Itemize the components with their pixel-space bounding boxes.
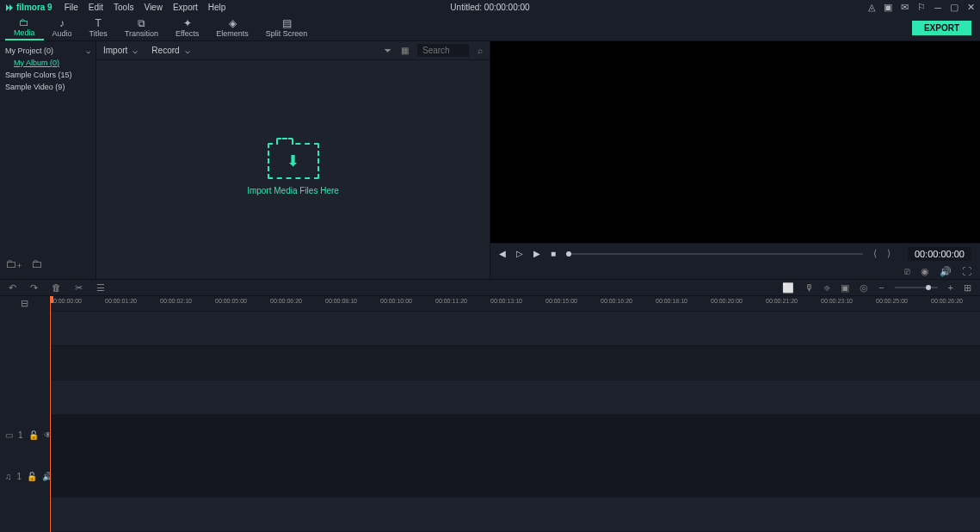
- import-dropdown[interactable]: Import ⌵: [103, 46, 138, 55]
- zoom-fit-icon[interactable]: ⊞: [964, 282, 971, 294]
- timeline-track[interactable]: [50, 380, 980, 415]
- app-logo: filmora 9: [5, 3, 52, 12]
- playhead[interactable]: [50, 296, 51, 532]
- timeline-audio-track[interactable]: [50, 456, 980, 498]
- drop-text: Import Media Files Here: [247, 186, 339, 195]
- menu-export[interactable]: Export: [173, 3, 198, 12]
- tab-audio[interactable]: ♪ Audio: [44, 15, 81, 40]
- folder-icon[interactable]: 🗀: [31, 257, 42, 270]
- delete-icon[interactable]: 🗑: [52, 282, 61, 293]
- redo-icon[interactable]: ↷: [30, 282, 38, 294]
- search-input[interactable]: [417, 44, 469, 57]
- timeline-video-track[interactable]: [50, 415, 980, 456]
- menu-tools[interactable]: Tools: [114, 3, 133, 12]
- lock-icon[interactable]: 🔓: [27, 472, 37, 481]
- audio-track-header[interactable]: ♫ 1 🔓 🔊: [0, 456, 49, 498]
- ruler-mark: 00:00:10:00: [380, 298, 412, 304]
- menu-view[interactable]: View: [144, 3, 163, 12]
- project-sidebar: My Project (0) ⌵ My Album (0) Sample Col…: [0, 41, 96, 279]
- bracket-right-icon[interactable]: ⟩: [887, 248, 891, 259]
- mixer-icon[interactable]: ⎆: [824, 282, 830, 293]
- manage-tracks-icon[interactable]: ⊟: [0, 296, 49, 312]
- folder-icon: 🗀: [19, 17, 29, 28]
- progress-bar[interactable]: [566, 253, 863, 255]
- tree-my-album[interactable]: My Album (0): [5, 57, 90, 69]
- tab-elements[interactable]: ◈ Elements: [207, 15, 257, 40]
- tab-media[interactable]: 🗀 Media: [5, 15, 44, 40]
- document-title: Untitled: 00:00:00:00: [450, 3, 529, 12]
- maximize-icon[interactable]: ▢: [950, 2, 958, 13]
- export-button[interactable]: EXPORT: [912, 21, 971, 35]
- ruler-mark: 00:00:26:20: [931, 298, 963, 304]
- tab-effects[interactable]: ✦ Effects: [167, 15, 207, 40]
- notification-icon[interactable]: ⚐: [917, 2, 926, 13]
- edit-icon[interactable]: ☰: [96, 282, 105, 294]
- timeline-ruler[interactable]: 00:00:00:0000:00:01:2000:00:02:1000:00:0…: [50, 296, 980, 312]
- music-note-icon: ♪: [59, 18, 65, 28]
- zoom-slider[interactable]: [895, 287, 938, 288]
- tree-sample-colors[interactable]: Sample Colors (15): [5, 69, 90, 81]
- record-dropdown[interactable]: Record ⌵: [151, 46, 189, 55]
- drop-box-icon: ⬇: [268, 143, 319, 179]
- mail-icon[interactable]: ✉: [901, 2, 909, 13]
- ruler-mark: 00:00:11:20: [435, 298, 467, 304]
- mic-icon[interactable]: 🎙: [804, 282, 814, 293]
- timeline-track[interactable]: [50, 312, 980, 346]
- timeline-tracks-area[interactable]: 00:00:00:0000:00:01:2000:00:02:1000:00:0…: [50, 296, 980, 532]
- preview-video-area[interactable]: [490, 41, 980, 243]
- filmora-logo-icon: [5, 3, 14, 12]
- app-name: filmora 9: [16, 3, 52, 12]
- fullscreen-icon[interactable]: ⛶: [962, 266, 971, 276]
- effects-icon: ✦: [183, 18, 192, 28]
- cut-icon[interactable]: ✂: [75, 282, 83, 294]
- stop-icon[interactable]: ■: [551, 249, 556, 258]
- tree-sample-video[interactable]: Sample Video (9): [5, 81, 90, 93]
- tree-my-project[interactable]: My Project (0) ⌵: [5, 45, 90, 57]
- download-arrow-icon: ⬇: [287, 152, 299, 170]
- audio-track-icon: ♫: [5, 472, 12, 481]
- filter-icon[interactable]: ⏷: [384, 46, 392, 55]
- prev-frame-icon[interactable]: ◀: [499, 249, 506, 258]
- lock-icon[interactable]: 🔓: [28, 430, 39, 440]
- menu-edit[interactable]: Edit: [89, 3, 103, 12]
- snapshot-icon[interactable]: ◉: [921, 266, 929, 277]
- timeline-track[interactable]: [50, 498, 980, 532]
- target-icon[interactable]: ◎: [860, 282, 868, 294]
- zoom-handle[interactable]: [926, 285, 931, 290]
- play-icon[interactable]: ▷: [516, 249, 523, 258]
- ruler-mark: 00:00:18:10: [656, 298, 687, 304]
- quality-icon[interactable]: ⎚: [904, 266, 910, 276]
- undo-icon[interactable]: ↶: [9, 282, 16, 294]
- menu-file[interactable]: File: [65, 3, 78, 12]
- zoom-in-icon[interactable]: +: [948, 282, 953, 293]
- search-icon[interactable]: ⌕: [478, 46, 483, 55]
- marker-icon[interactable]: ⬜: [782, 282, 794, 294]
- user-icon[interactable]: ◬: [868, 2, 875, 13]
- media-toolbar: Import ⌵ Record ⌵ ⏷ ▦ ⌕: [96, 41, 490, 60]
- progress-handle[interactable]: [566, 251, 571, 257]
- text-icon: T: [95, 18, 101, 28]
- ruler-mark: 00:00:02:10: [160, 298, 192, 304]
- volume-icon[interactable]: 🔊: [940, 266, 952, 277]
- window-controls: ◬ ▣ ✉ ⚐ ─ ▢ ✕: [868, 2, 975, 13]
- next-frame-icon[interactable]: ▶: [533, 249, 540, 258]
- add-folder-icon[interactable]: 🗀₊: [5, 257, 22, 270]
- main-toolbar: 🗀 Media ♪ Audio T Titles ⧉ Transition ✦ …: [0, 15, 980, 41]
- close-icon[interactable]: ✕: [967, 2, 975, 13]
- minimize-icon[interactable]: ─: [934, 3, 941, 13]
- media-panel: Import ⌵ Record ⌵ ⏷ ▦ ⌕ ⬇ Import Media F…: [96, 41, 490, 279]
- video-track-header[interactable]: ▭ 1 🔓 👁: [0, 415, 49, 456]
- render-icon[interactable]: ▣: [841, 282, 849, 294]
- grid-view-icon[interactable]: ▦: [401, 46, 409, 55]
- ruler-mark: 00:00:15:00: [545, 298, 577, 304]
- menu-help[interactable]: Help: [208, 3, 226, 12]
- message-icon[interactable]: ▣: [884, 2, 892, 13]
- tab-split-screen[interactable]: ▤ Split Screen: [257, 15, 317, 40]
- ruler-mark: 00:00:25:00: [876, 298, 908, 304]
- tab-transition[interactable]: ⧉ Transition: [116, 15, 167, 40]
- media-drop-zone[interactable]: ⬇ Import Media Files Here: [96, 60, 490, 279]
- timeline-track[interactable]: [50, 346, 980, 380]
- tab-titles[interactable]: T Titles: [81, 15, 116, 40]
- bracket-left-icon[interactable]: ⟨: [873, 248, 877, 259]
- zoom-out-icon[interactable]: −: [878, 282, 884, 293]
